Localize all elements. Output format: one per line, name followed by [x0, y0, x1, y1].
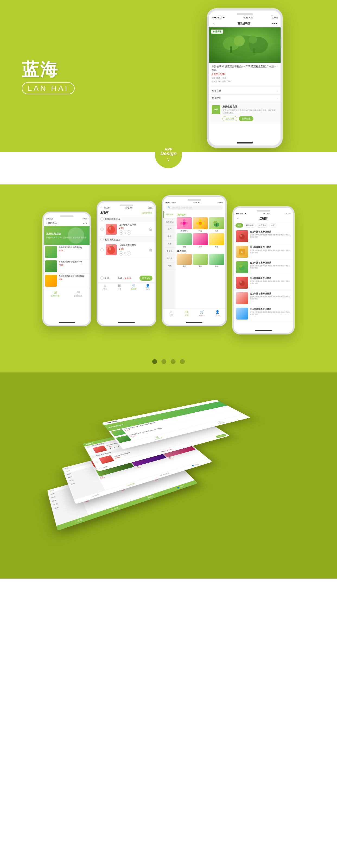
phone-screen-home: 9:41 AM 100% ○ 铺内商品 ••• 东升生态农场 欢迎光临本店，我们… [44, 217, 90, 320]
filter-flower[interactable]: 花卉苗木 [257, 223, 268, 227]
cat-tab-cat[interactable]: ⊞ 分类 [179, 310, 194, 317]
svg-point-18 [198, 222, 202, 225]
veggie-illustration [218, 30, 272, 60]
cat-item-5[interactable]: 花草 [193, 233, 208, 248]
tab-cat-icon: ⊞ [44, 290, 67, 294]
cat-tab-cart[interactable]: 🛒 购物车 [194, 310, 210, 317]
product-meta: 销量 4135 收藏 [212, 77, 278, 80]
cat-product-grid: 客厅鲜花 鲜花 [177, 217, 224, 248]
store-logo-icon-2: 店 [238, 248, 246, 256]
store-list-6[interactable]: 连山华源苹果专业商店 这里有好苹果好苹果好苹果好苹果好苹果好苹果好苹果好苹果好苹… [234, 306, 293, 321]
tab-contact[interactable]: ✉ 联系卖家 [67, 290, 90, 297]
dot-3[interactable] [171, 359, 176, 364]
home-product-1[interactable]: 有机蔬菜套餐 绿色蔬菜200g ¥ 128 [44, 245, 90, 259]
sidebar-frozen[interactable]: 冻品类 [163, 255, 176, 262]
store-list-name-1: 连山华源苹果专业商店 [250, 230, 291, 233]
detail-row[interactable]: 图文详情 › [209, 88, 281, 95]
store-list-desc-2: 这里有好苹果好苹果好苹果好苹果好苹果好苹果好苹果好苹果好苹果 [250, 249, 291, 254]
filter-seeds[interactable]: 航空种业 [244, 223, 255, 227]
store-checkbox-1[interactable] [100, 217, 104, 220]
back-button[interactable]: ＜ [212, 21, 215, 26]
sidebar-meat[interactable]: 肉类 [163, 262, 176, 270]
store-img-1 [236, 230, 248, 242]
sidebar-oil[interactable]: 食用油 [163, 248, 176, 255]
store-list-3[interactable]: 连山华源苹果专业商店 这里有好苹果好苹果好苹果好苹果好苹果好苹果好苹果好苹果好苹… [234, 259, 293, 275]
filter-water[interactable]: 水产 [269, 223, 277, 227]
store-list-1[interactable]: 连山华源苹果专业商店 这里有好苹果好苹果好苹果好苹果好苹果好苹果好苹果好苹果好苹… [234, 229, 293, 244]
cart-footer: 全选 合计： ¥ 0.00 结算 (0) [98, 274, 155, 282]
store-list-2[interactable]: 店 连山华源苹果专业商店 这里有好苹果好苹果好苹果好苹果好苹果好苹果好苹果好苹果… [234, 244, 293, 259]
sidebar-veg[interactable]: 蔬关专业 [163, 218, 176, 226]
detail-arrow: › [277, 90, 278, 93]
svg-point-14 [183, 219, 186, 222]
dot-4[interactable] [180, 359, 185, 364]
enter-store-button[interactable]: 进入店铺 [222, 116, 237, 121]
home-indicator-1 [59, 322, 75, 323]
nav-dots-home[interactable]: ••• [83, 222, 87, 225]
more-button[interactable]: ••• [272, 22, 278, 26]
store-logo: 东升 [212, 105, 220, 114]
cat-item-6[interactable]: 鲜花 [209, 233, 224, 248]
cat-item-7[interactable]: 姜类 [177, 254, 192, 268]
qty-increase-2[interactable]: + [127, 251, 131, 255]
delete-btn-1[interactable]: 🗑 [149, 227, 152, 231]
stores-nav-back[interactable]: ＜ [236, 216, 239, 221]
logo-area: 蓝海 LAN HAI [22, 58, 74, 94]
logo-english: LAN HAI [22, 83, 74, 94]
delete-btn-2[interactable]: 🗑 [149, 248, 152, 252]
cat-item-2[interactable]: 鲜花 [193, 217, 208, 232]
cat-status-right: 100% [218, 202, 223, 204]
filter-all[interactable]: 全部 [236, 223, 243, 227]
sidebar-grain[interactable]: 粮食 [163, 240, 176, 248]
tab-category[interactable]: ⊞ 分类 [112, 284, 126, 290]
contact-store-button[interactable]: 联系客服 [239, 116, 253, 121]
cat-item-3[interactable]: 花草 [209, 217, 224, 232]
home-product-3[interactable]: 农场散养鸡蛋 新鲜土鸡蛋30枚 ¥ 58 [44, 274, 90, 288]
layer3-minus: − [108, 447, 113, 450]
qty-increase-1[interactable]: + [127, 230, 131, 235]
home-product-2[interactable]: 有机蔬菜套餐 绿色蔬菜200g ¥ 138 [44, 259, 90, 274]
store-list-4[interactable]: 连山华源苹果专业商店 这里有好苹果好苹果好苹果好苹果好苹果好苹果好苹果好苹果好苹… [234, 275, 293, 290]
store-checkbox-2[interactable] [100, 238, 104, 241]
category-search[interactable]: 🔍 搜索商品/店铺/锁名称 [165, 205, 223, 210]
status-bar-cat: ••••• AT&T ♥ 9:41 AM 100% [163, 201, 225, 204]
sidebar-dry[interactable]: 干货 [163, 233, 176, 240]
indicators-section [0, 351, 337, 372]
cat-item-8[interactable]: 葱类 [193, 254, 208, 268]
dot-2[interactable] [161, 359, 166, 364]
tab-profile[interactable]: 👤 我的 [141, 284, 155, 290]
item-checkbox-2[interactable] [100, 248, 104, 251]
dot-1[interactable] [152, 359, 157, 364]
cart-clear-btn[interactable]: 清空购物车 [142, 211, 152, 214]
sidebar-aqua[interactable]: 水产 [163, 226, 176, 233]
select-all-checkbox[interactable] [100, 276, 104, 280]
cat-tab-home[interactable]: ⌂ 首页 [163, 310, 179, 317]
apple-icon-2 [106, 244, 117, 255]
cat-tab-profile[interactable]: 👤 我的 [210, 310, 225, 317]
sidebar-flower[interactable]: 花卉植木 [163, 211, 176, 218]
cat-item-4[interactable]: 绿植 [177, 233, 192, 248]
total-text: 合计： [118, 277, 124, 279]
cat-item-9[interactable]: 蒜类 [209, 254, 224, 268]
qty-decrease-1[interactable]: − [119, 230, 123, 235]
qty-decrease-2[interactable]: − [119, 251, 123, 255]
tab-categories[interactable]: ⊞ 店铺分类 [44, 290, 67, 297]
apple-icon [106, 224, 117, 235]
store-logo-icon-3 [238, 263, 246, 271]
tab-cart[interactable]: 🛒 购物车 [126, 284, 141, 290]
cat-item-1[interactable]: 客厅鲜花 [177, 217, 192, 232]
store-list-5[interactable]: 连山华源苹果专业商店 这里有好苹果好苹果好苹果好苹果好苹果好苹果好苹果好苹果好苹… [234, 290, 293, 306]
cat-label-8: 葱类 [193, 265, 208, 268]
tab-contact-icon: ✉ [67, 290, 90, 294]
review-row[interactable]: 商品评价 › [209, 95, 281, 102]
item-qty-1: − 2 + [119, 230, 147, 235]
item-img-1 [106, 224, 117, 235]
store-list-desc-6: 这里有好苹果好苹果好苹果好苹果好苹果好苹果好苹果好苹果好苹果 [250, 311, 291, 316]
checkout-button[interactable]: 结算 (0) [140, 276, 152, 281]
product-thumb-1 [45, 246, 57, 258]
product-price-2: ¥ 138 [59, 264, 83, 266]
tab-home[interactable]: ⌂ 首页 [98, 284, 112, 290]
product-name-1: 有机蔬菜套餐 绿色蔬菜200g [59, 246, 83, 249]
phone-home: 9:41 AM 100% ○ 铺内商品 ••• 东升生态农场 欢迎光临本店，我们… [42, 212, 91, 326]
item-checkbox-1[interactable] [100, 227, 104, 231]
